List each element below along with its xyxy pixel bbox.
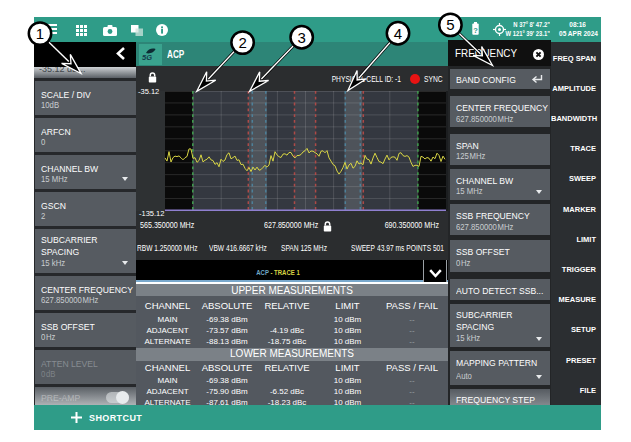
svg-text:1: 1 [36,25,44,42]
svg-text:3: 3 [298,29,306,46]
svg-text:5: 5 [446,16,454,33]
svg-text:2: 2 [238,34,246,51]
svg-text:4: 4 [394,25,402,42]
